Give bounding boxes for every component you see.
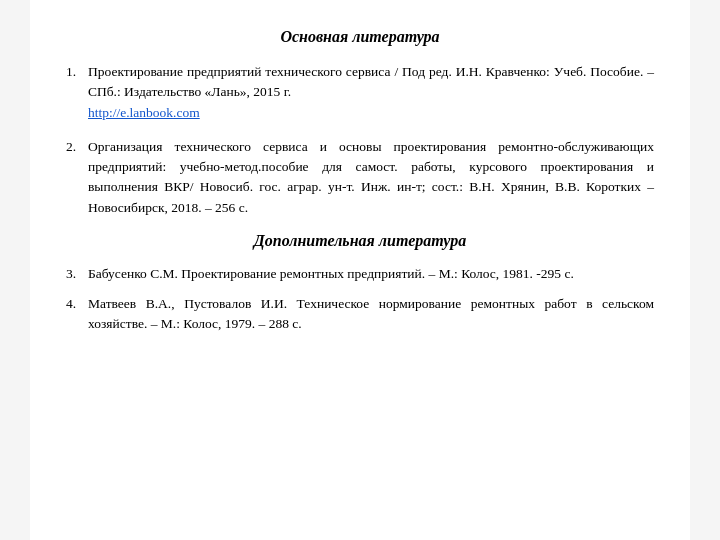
content-area: Основная литература 1. Проектирование пр… [30, 0, 690, 540]
ref-text: Проектирование предприятий технического … [88, 62, 654, 123]
ref-number: 2. [66, 137, 88, 218]
ref-number: 3. [66, 264, 88, 284]
additional-section-title: Дополнительная литература [66, 232, 654, 250]
list-item: 3. Бабусенко С.М. Проектирование ремонтн… [66, 264, 654, 284]
ref-number: 1. [66, 62, 88, 123]
ref-text: Бабусенко С.М. Проектирование ремонтных … [88, 264, 654, 284]
ref-text: Матвеев В.А., Пустовалов И.И. Техническо… [88, 294, 654, 335]
list-item: 2. Организация технического сервиса и ос… [66, 137, 654, 218]
main-section-title: Основная литература [66, 28, 654, 46]
list-item: 4. Матвеев В.А., Пустовалов И.И. Техниче… [66, 294, 654, 335]
page: Основная литература 1. Проектирование пр… [0, 0, 720, 540]
main-references-list: 1. Проектирование предприятий техническо… [66, 62, 654, 218]
ref-link[interactable]: http://e.lanbook.com [88, 105, 200, 120]
ref-number: 4. [66, 294, 88, 335]
ref-content: Проектирование предприятий технического … [88, 64, 654, 99]
list-item: 1. Проектирование предприятий техническо… [66, 62, 654, 123]
ref-text: Организация технического сервиса и основ… [88, 137, 654, 218]
